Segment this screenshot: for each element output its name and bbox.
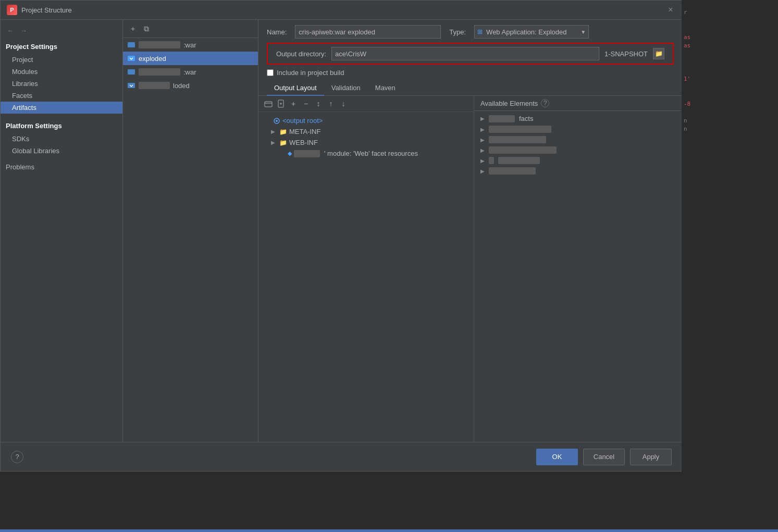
- type-select[interactable]: Web Application: Exploded: [474, 25, 589, 39]
- artifact-icon-3: [127, 81, 135, 90]
- artifact-list-panel: + ⧉ :war exploded: [123, 20, 258, 471]
- add-artifact-button[interactable]: +: [127, 23, 139, 34]
- artifact-suffix3: loded: [173, 82, 190, 90]
- cancel-button[interactable]: Cancel: [583, 449, 625, 465]
- artifact-item-war2[interactable]: :war: [123, 65, 258, 79]
- available-help-icon[interactable]: ?: [541, 99, 549, 107]
- artifact-item-loded[interactable]: loded: [123, 79, 258, 92]
- tree-down-button[interactable]: ↓: [338, 98, 349, 109]
- code-line-15: n: [682, 117, 778, 125]
- avail-blurred-2: [489, 126, 551, 133]
- platform-settings-header: Platform Settings: [1, 119, 122, 133]
- name-label: Name:: [267, 28, 287, 36]
- avail-arrow-1: ▶: [480, 116, 487, 121]
- avail-arrow-2: ▶: [480, 127, 487, 132]
- type-select-wrapper: ⊞ Web Application: Exploded ▼: [474, 25, 589, 39]
- available-panel: Available Elements ? ▶ facts ▶: [474, 96, 682, 471]
- output-root-icon: [273, 117, 280, 125]
- avail-item-1[interactable]: ▶ facts: [474, 113, 682, 124]
- output-dir-row: Output directory: 1-SNAPSHOT 📁: [267, 43, 674, 65]
- back-button[interactable]: ←: [5, 26, 16, 35]
- artifact-suffix2: :war: [183, 68, 196, 76]
- code-line-16: n: [682, 125, 778, 133]
- forward-button[interactable]: →: [18, 26, 30, 35]
- sidebar-item-modules[interactable]: Modules: [1, 66, 122, 78]
- sidebar-item-artifacts[interactable]: Artifacts: [1, 102, 122, 114]
- tree-item-module-web[interactable]: ◆ ' module: 'Web' facet resources: [263, 148, 470, 159]
- avail-item-3[interactable]: ▶: [474, 134, 682, 145]
- tree-sort-button[interactable]: ↕: [313, 98, 324, 109]
- svg-rect-0: [128, 42, 135, 47]
- tree-add-button[interactable]: +: [288, 98, 299, 109]
- tab-validation[interactable]: Validation: [324, 81, 368, 96]
- sidebar-item-problems[interactable]: Problems: [1, 161, 122, 173]
- close-button[interactable]: ×: [665, 5, 676, 15]
- ok-button[interactable]: OK: [536, 449, 578, 465]
- available-elements-label: Available Elements: [480, 100, 538, 107]
- include-label[interactable]: Include in project build: [277, 69, 344, 77]
- output-dir-input[interactable]: [331, 47, 599, 60]
- artifact-name-blurred3: [139, 82, 170, 89]
- sidebar-item-sdks[interactable]: SDKs: [1, 133, 122, 145]
- tree-item-meta-inf[interactable]: ▶ 📁 META-INF: [263, 126, 470, 137]
- tree-add-dir-button[interactable]: [263, 98, 274, 109]
- tree-output-root-label: <output root>: [282, 117, 323, 125]
- include-checkbox[interactable]: [267, 69, 274, 76]
- copy-artifact-button[interactable]: ⧉: [141, 23, 152, 34]
- name-input[interactable]: [295, 25, 441, 39]
- avail-item-5[interactable]: ▶: [474, 155, 682, 166]
- artifact-toolbar: + ⧉: [123, 20, 258, 38]
- module-blurred: [294, 150, 320, 157]
- avail-arrow-3: ▶: [480, 137, 487, 143]
- title-bar-left: P Project Structure: [7, 5, 72, 15]
- code-line-11: [682, 83, 778, 92]
- artifact-item-exploded[interactable]: exploded: [123, 52, 258, 65]
- svg-rect-4: [265, 102, 272, 107]
- code-line-1: [682, 0, 778, 8]
- type-label: Type:: [449, 28, 466, 36]
- avail-item-4[interactable]: ▶: [474, 145, 682, 155]
- tabs-row: Output Layout Validation Maven: [258, 81, 682, 96]
- tree-remove-button[interactable]: −: [300, 98, 312, 109]
- title-bar: P Project Structure ×: [1, 1, 682, 20]
- help-button[interactable]: ?: [11, 451, 23, 463]
- code-side-panel: r as as 1' -8 n n: [682, 0, 778, 472]
- artifact-name-suffix: :war: [183, 41, 196, 49]
- apply-button[interactable]: Apply: [630, 449, 672, 465]
- svg-rect-2: [128, 69, 135, 75]
- tree-up-button[interactable]: ↑: [325, 98, 337, 109]
- dialog-footer: ? OK Cancel Apply: [1, 442, 682, 471]
- web-inf-arrow: ▶: [271, 140, 277, 145]
- code-line-5: as: [682, 33, 778, 42]
- sidebar-item-facets[interactable]: Facets: [1, 90, 122, 102]
- output-dir-label: Output directory:: [276, 50, 326, 58]
- sidebar-item-global-libraries[interactable]: Global Libraries: [1, 145, 122, 157]
- avail-blurred-1: [489, 115, 515, 122]
- code-line-6: as: [682, 42, 778, 50]
- avail-item-2[interactable]: ▶: [474, 124, 682, 134]
- code-line-8: [682, 58, 778, 67]
- avail-item-6[interactable]: ▶: [474, 166, 682, 176]
- tab-output-layout[interactable]: Output Layout: [267, 81, 324, 96]
- footer-left: ?: [11, 451, 23, 463]
- artifact-icon-2: [127, 68, 135, 76]
- footer-right: OK Cancel Apply: [536, 449, 672, 465]
- tree-meta-inf-label: META-INF: [289, 128, 320, 135]
- browse-output-dir-button[interactable]: 📁: [653, 48, 664, 59]
- sidebar-item-libraries[interactable]: Libraries: [1, 78, 122, 90]
- code-line-7: [682, 50, 778, 58]
- artifact-item-war1[interactable]: :war: [123, 38, 258, 52]
- sidebar-item-project[interactable]: Project: [1, 54, 122, 66]
- add-dir-icon: [264, 100, 273, 108]
- main-panel: Name: Type: ⊞ Web Application: Exploded …: [258, 20, 682, 471]
- tab-maven[interactable]: Maven: [368, 81, 403, 96]
- tree-item-web-inf[interactable]: ▶ 📁 WEB-INF: [263, 137, 470, 148]
- tree-add-file-button[interactable]: [275, 98, 287, 109]
- tree-module-web-label: ' module: 'Web' facet resources: [324, 150, 418, 157]
- include-row: Include in project build: [258, 68, 682, 81]
- meta-inf-arrow: ▶: [271, 129, 277, 134]
- bottom-accent-bar: [0, 529, 778, 532]
- avail-arrow-4: ▶: [480, 147, 487, 153]
- tree-item-output-root[interactable]: <output root>: [263, 115, 470, 126]
- available-items-list: ▶ facts ▶ ▶: [474, 111, 682, 471]
